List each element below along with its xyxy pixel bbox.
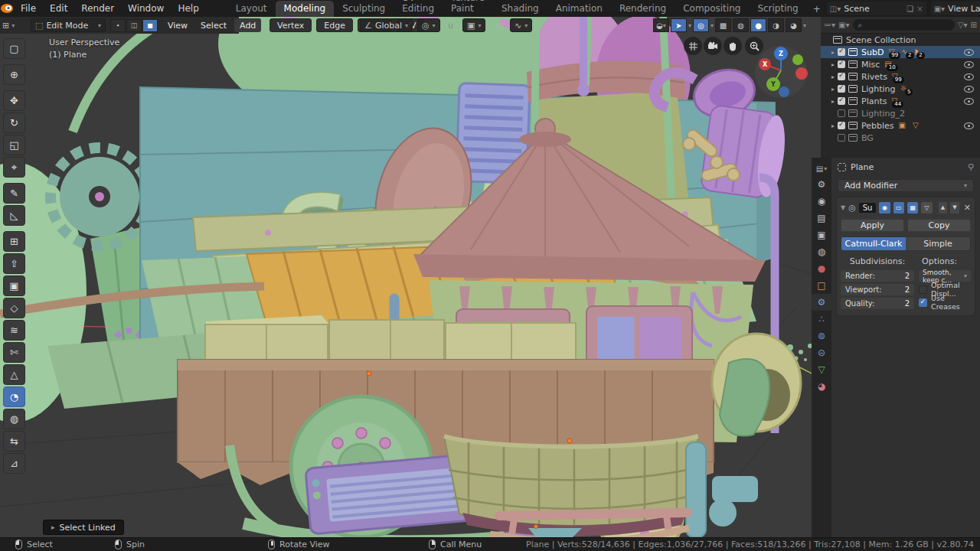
proportional-editing-button[interactable]: ○ bbox=[496, 18, 504, 32]
shading-solid-button[interactable]: ● bbox=[750, 18, 766, 32]
workspace-tab-rendering[interactable]: Rendering bbox=[611, 1, 675, 17]
expand-panel-icon[interactable]: ▼ bbox=[841, 204, 845, 211]
tool-transform[interactable]: ⌖ bbox=[3, 157, 25, 178]
catmull-clark-option[interactable]: Catmull-Clark bbox=[841, 237, 906, 250]
snap-toggle-button[interactable]: ∪ bbox=[448, 18, 454, 32]
workspace-tab-shading[interactable]: Shading bbox=[493, 1, 547, 17]
show-gizmo-toggle[interactable]: ➤ bbox=[671, 18, 687, 32]
disclosure-arrow-icon[interactable]: ▸ bbox=[828, 122, 838, 129]
properties-tab-render[interactable]: ◉ bbox=[812, 193, 831, 210]
workspace-tab-scripting[interactable]: Scripting bbox=[749, 1, 806, 17]
workspace-tab-layout[interactable]: Layout bbox=[227, 1, 276, 17]
collection-checkbox[interactable] bbox=[838, 73, 845, 80]
proportional-falloff-dropdown[interactable]: ∿▾ bbox=[510, 18, 532, 32]
properties-tab-object-data[interactable]: ▽ bbox=[812, 361, 831, 378]
vertex-select-mode-button[interactable]: ∙ bbox=[110, 19, 126, 32]
collection-checkbox[interactable] bbox=[838, 85, 845, 93]
view-layer-selector[interactable]: ▣▾ View Layer ❏ × bbox=[931, 2, 980, 15]
add-workspace-button[interactable]: + bbox=[807, 2, 827, 17]
workspace-tab-animation[interactable]: Animation bbox=[547, 1, 611, 17]
modifier-name-field[interactable]: Su bbox=[859, 203, 877, 213]
eye-icon[interactable] bbox=[964, 86, 974, 93]
new-scene-icon[interactable]: ❏ bbox=[906, 5, 913, 13]
show-overlays-toggle[interactable]: ◎ bbox=[693, 18, 709, 32]
disclosure-arrow-icon[interactable]: ▸ bbox=[828, 98, 838, 105]
menu-edit[interactable]: Edit bbox=[43, 3, 74, 14]
disclosure-arrow-icon[interactable]: ▸ bbox=[828, 49, 838, 56]
shading-material-button[interactable]: ◑ bbox=[768, 18, 784, 32]
camera-view-button[interactable] bbox=[704, 37, 722, 55]
tool-measure[interactable]: ◺ bbox=[3, 205, 25, 226]
copy-button[interactable]: Copy bbox=[907, 219, 971, 232]
modifier-editmode-toggle[interactable]: ▦ bbox=[907, 202, 918, 214]
outliner-row-lighting[interactable]: ▸Lighting☼5 bbox=[821, 83, 980, 95]
collection-checkbox[interactable] bbox=[838, 48, 845, 56]
collection-checkbox[interactable] bbox=[838, 109, 845, 117]
menu-file[interactable]: File bbox=[14, 3, 43, 14]
menu-render[interactable]: Render bbox=[74, 3, 121, 14]
viewport-menu-view[interactable]: View bbox=[162, 21, 193, 31]
tool-select-box[interactable]: ▢ bbox=[3, 38, 25, 59]
3d-viewport[interactable]: Suzie's Suzie's bbox=[0, 17, 821, 537]
mesh-menu-edge[interactable]: Edge bbox=[316, 18, 353, 32]
viewport-subdivisions-field[interactable]: Viewport:2 bbox=[841, 284, 914, 295]
render-subdivisions-field[interactable]: Render:2 bbox=[841, 270, 914, 282]
properties-tab-world[interactable]: ● bbox=[812, 260, 831, 277]
apply-button[interactable]: Apply bbox=[841, 219, 904, 232]
shading-wireframe-button[interactable]: ◍ bbox=[733, 18, 749, 32]
tool-spin[interactable]: ◔ bbox=[3, 386, 25, 407]
viewport-menu-add[interactable]: Add bbox=[234, 18, 261, 32]
face-select-mode-button[interactable]: ◼ bbox=[142, 19, 158, 32]
eye-icon[interactable] bbox=[964, 49, 974, 56]
eye-icon[interactable] bbox=[964, 98, 974, 105]
properties-tab-object[interactable]: □ bbox=[812, 277, 831, 294]
shading-rendered-button[interactable]: ◕ bbox=[786, 18, 802, 32]
viewport-canvas[interactable]: Suzie's Suzie's bbox=[0, 17, 821, 537]
add-modifier-button[interactable]: Add Modifier ▾ bbox=[838, 179, 974, 192]
eye-icon[interactable] bbox=[964, 73, 974, 80]
xray-toggle[interactable]: ▩ bbox=[715, 18, 731, 32]
disclosure-arrow-icon[interactable]: ▸ bbox=[828, 73, 838, 80]
menu-window[interactable]: Window bbox=[121, 3, 171, 14]
properties-tab-output[interactable]: ▤ bbox=[812, 210, 831, 227]
outliner-row-subd[interactable]: ▸SubD▽99∿2◗2 bbox=[821, 46, 980, 58]
outliner-row-pebbles[interactable]: ▸Pebbles▣▽ bbox=[821, 119, 980, 132]
outliner-row-misc[interactable]: ▸Misc▤10 bbox=[821, 58, 980, 70]
properties-tab-material[interactable]: ◕ bbox=[812, 378, 831, 395]
visibility-filter-dropdown[interactable]: ◒▾ bbox=[653, 18, 669, 32]
workspace-tab-uv-editing[interactable]: UV Editing bbox=[394, 0, 443, 17]
outliner-row-scene-collection[interactable]: Scene Collection bbox=[821, 34, 980, 46]
properties-tab-modifiers[interactable]: ⚙ bbox=[812, 294, 831, 311]
blender-logo[interactable] bbox=[0, 0, 14, 17]
workspace-tab-compositing[interactable]: Compositing bbox=[675, 1, 749, 17]
properties-tab-particles[interactable]: ∴ bbox=[812, 311, 831, 328]
display-mode-dropdown[interactable]: ≔▾ bbox=[824, 21, 835, 29]
pin-icon[interactable]: ⚲ bbox=[968, 162, 974, 172]
viewport-menu-select[interactable]: Select bbox=[195, 21, 232, 31]
disclosure-arrow-icon[interactable]: ▸ bbox=[828, 61, 838, 68]
mode-dropdown[interactable]: ⬚ Edit Mode ▾ bbox=[31, 18, 106, 32]
tool-extrude-region[interactable]: ⇧ bbox=[3, 253, 25, 274]
workspace-tab-modeling[interactable]: Modeling bbox=[276, 1, 335, 17]
collection-checkbox[interactable] bbox=[838, 134, 845, 142]
tool-loop-cut[interactable]: ≋ bbox=[3, 320, 25, 341]
editor-type-button[interactable]: ⊞▾ bbox=[2, 18, 15, 32]
tool-scale[interactable]: ◱ bbox=[3, 135, 25, 155]
orthographic-grid-button[interactable] bbox=[684, 37, 702, 55]
unlink-scene-icon[interactable]: × bbox=[916, 5, 923, 13]
tool-rotate[interactable]: ↻ bbox=[3, 112, 25, 133]
modifier-viewport-toggle[interactable]: ▭ bbox=[893, 202, 904, 214]
outliner-row-plants[interactable]: ▸Plants▽44 bbox=[821, 95, 980, 107]
pan-view-hand-button[interactable] bbox=[724, 37, 742, 55]
tool-knife[interactable]: ✄ bbox=[3, 342, 25, 363]
move-modifier-down-button[interactable]: ▼ bbox=[950, 202, 959, 214]
move-modifier-up-button[interactable]: ▲ bbox=[939, 202, 948, 214]
disclosure-arrow-icon[interactable]: ▸ bbox=[828, 86, 838, 93]
gizmo-neg-z-axis[interactable] bbox=[779, 86, 789, 97]
use-creases-checkbox[interactable]: Use Creases bbox=[919, 297, 971, 308]
properties-tab-constraints[interactable]: ⊝ bbox=[812, 344, 831, 361]
properties-editor-type-button[interactable]: ▤▾ bbox=[812, 161, 831, 176]
scene-selector[interactable]: ◫▾ Scene ❏ × bbox=[827, 2, 926, 15]
quality-field[interactable]: Quality:2 bbox=[841, 298, 914, 309]
menu-help[interactable]: Help bbox=[171, 3, 205, 14]
